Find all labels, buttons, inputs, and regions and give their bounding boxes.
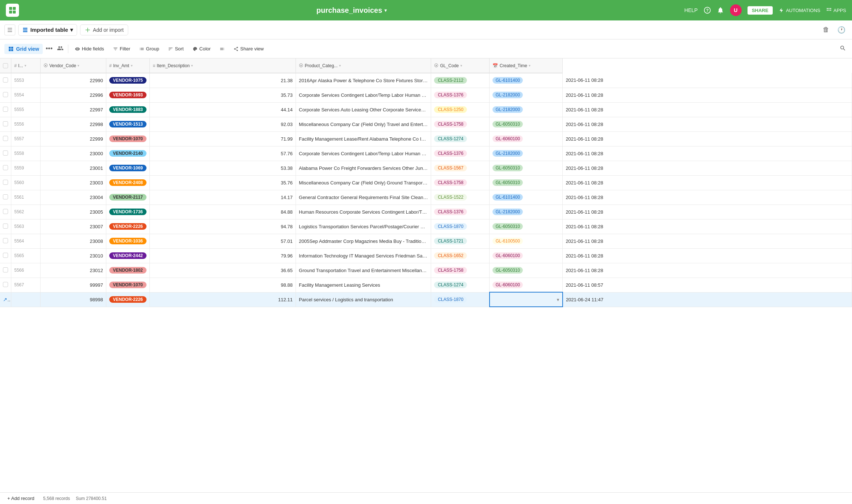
add-or-import-button[interactable]: Add or import	[80, 24, 128, 35]
imported-table-tab[interactable]: Imported table ▾	[18, 24, 77, 36]
imported-table-caret[interactable]: ▾	[70, 27, 73, 33]
row-checkbox[interactable]	[3, 121, 8, 126]
header-gl-code[interactable]: ⦿ GL_Code ▾	[431, 58, 490, 73]
product-categ-cell[interactable]: CLASS-2112	[431, 73, 490, 88]
row-checkbox[interactable]	[3, 224, 8, 229]
row-checkbox[interactable]	[3, 267, 8, 272]
header-created-time[interactable]: 📅 Created_Time ▾	[490, 58, 563, 73]
product-categ-cell[interactable]: CLASS-1274	[431, 278, 490, 292]
product-categ-cell[interactable]: CLASS-1522	[431, 190, 490, 205]
row-checkbox-cell[interactable]	[0, 248, 11, 263]
gl-code-cell[interactable]: GL-6060100	[490, 248, 563, 263]
gl-code-cell[interactable]: GL-2182000	[490, 102, 563, 117]
table-row[interactable]: 555422996VENDOR-169335.73Corporate Servi…	[0, 88, 852, 102]
vendor-code-cell[interactable]: VENDOR-2226	[106, 292, 150, 307]
more-options-icon[interactable]: •••	[44, 43, 54, 54]
hide-fields-button[interactable]: Hide fields	[71, 44, 108, 54]
row-checkbox-cell[interactable]: ↗	[0, 292, 11, 307]
vendor-code-cell[interactable]: VENDOR-2408	[106, 175, 150, 190]
gl-code-cell[interactable]: GL-6050310	[490, 175, 563, 190]
header-vendor-code[interactable]: ⦿ Vendor_Code ▾	[41, 58, 106, 73]
row-checkbox-cell[interactable]	[0, 219, 11, 234]
team-icon[interactable]	[56, 43, 65, 54]
search-icon[interactable]	[838, 43, 848, 54]
row-checkbox[interactable]	[3, 150, 8, 156]
gl-code-cell[interactable]: GL-2182000	[490, 146, 563, 161]
vendor-code-cell[interactable]: VENDOR-1036	[106, 234, 150, 248]
row-checkbox[interactable]	[3, 77, 8, 83]
automations-button[interactable]: AUTOMATIONS	[779, 7, 820, 13]
share-view-button[interactable]: Share view	[230, 44, 267, 54]
notification-icon[interactable]	[717, 7, 724, 14]
row-checkbox[interactable]	[3, 180, 8, 185]
table-row[interactable]: 556223005VENDOR-173684.88Human Resources…	[0, 205, 852, 219]
vendor-code-cell[interactable]: VENDOR-2226	[106, 219, 150, 234]
product-categ-cell[interactable]: CLASS-1376	[431, 146, 490, 161]
vendor-code-cell[interactable]: VENDOR-2117	[106, 190, 150, 205]
row-checkbox-cell[interactable]	[0, 263, 11, 278]
product-categ-cell[interactable]: CLASS-1758	[431, 263, 490, 278]
table-row[interactable]: 555522997VENDOR-188344.14Corporate Servi…	[0, 102, 852, 117]
product-categ-cell[interactable]: CLASS-1567	[431, 161, 490, 175]
table-row[interactable]: 555923001VENDOR-106953.38Alabama Power C…	[0, 161, 852, 175]
gl-code-cell[interactable]: GL-6050310	[490, 263, 563, 278]
gl-code-cell[interactable]: ▾	[490, 292, 563, 307]
row-checkbox-cell[interactable]	[0, 234, 11, 248]
product-categ-cell[interactable]: CLASS-1274	[431, 131, 490, 146]
table-row[interactable]: 556623012VENDOR-180236.65Ground Transpor…	[0, 263, 852, 278]
header-row-num[interactable]: # I... ▾	[11, 58, 41, 73]
app-logo[interactable]	[6, 4, 19, 17]
gl-code-cell[interactable]: GL-6101400	[490, 190, 563, 205]
product-categ-cell[interactable]: CLASS-1376	[431, 205, 490, 219]
group-button[interactable]: Group	[136, 44, 163, 54]
row-checkbox-cell[interactable]	[0, 205, 11, 219]
share-button[interactable]: SHARE	[748, 6, 773, 15]
table-row[interactable]: 556423008VENDOR-103657.012005Sep Addmast…	[0, 234, 852, 248]
toolbar-extra-icon[interactable]	[216, 44, 228, 54]
apps-button[interactable]: APPS	[826, 7, 846, 13]
row-checkbox[interactable]	[3, 253, 8, 258]
row-checkbox-cell[interactable]	[0, 73, 11, 88]
product-categ-cell[interactable]: CLASS-1758	[431, 175, 490, 190]
gl-code-cell[interactable]: GL-6100500	[490, 234, 563, 248]
gl-code-cell[interactable]: GL-2182000	[490, 88, 563, 102]
product-categ-cell[interactable]: CLASS-1721	[431, 234, 490, 248]
row-checkbox-cell[interactable]	[0, 161, 11, 175]
product-categ-cell[interactable]: CLASS-1250	[431, 102, 490, 117]
expand-row-icon[interactable]: ↗	[3, 297, 7, 302]
row-checkbox[interactable]	[3, 282, 8, 287]
table-row[interactable]: ↗98998VENDOR-2226112.11Parcel services /…	[0, 292, 852, 307]
help-icon[interactable]: ?	[704, 7, 711, 14]
table-row[interactable]: 555322990VENDOR-107521.382016Apr Alaska …	[0, 73, 852, 88]
header-item-desc[interactable]: ≡ Item_Description ▾	[150, 58, 296, 73]
product-categ-cell[interactable]: CLASS-1870	[431, 292, 490, 307]
vendor-code-cell[interactable]: VENDOR-2140	[106, 146, 150, 161]
table-row[interactable]: 555823000VENDOR-214057.76Corporate Servi…	[0, 146, 852, 161]
table-row[interactable]: 556123004VENDOR-211714.17General Contrac…	[0, 190, 852, 205]
select-all-checkbox[interactable]	[3, 63, 8, 68]
row-checkbox[interactable]	[3, 92, 8, 97]
vendor-code-cell[interactable]: VENDOR-1075	[106, 73, 150, 88]
gl-code-cell[interactable]: GL-6060100	[490, 278, 563, 292]
product-categ-cell[interactable]: CLASS-1376	[431, 88, 490, 102]
row-checkbox-cell[interactable]	[0, 190, 11, 205]
color-button[interactable]: Color	[189, 44, 214, 54]
row-checkbox[interactable]	[3, 165, 8, 170]
row-checkbox-cell[interactable]	[0, 102, 11, 117]
vendor-code-cell[interactable]: VENDOR-1513	[106, 117, 150, 131]
row-checkbox[interactable]	[3, 209, 8, 214]
grid-view-button[interactable]: Grid view	[4, 44, 43, 54]
gl-code-cell[interactable]: GL-6050310	[490, 219, 563, 234]
product-categ-cell[interactable]: CLASS-1870	[431, 219, 490, 234]
vendor-code-cell[interactable]: VENDOR-1736	[106, 205, 150, 219]
gl-code-cell[interactable]: GL-2182000	[490, 205, 563, 219]
table-row[interactable]: 555622998VENDOR-151392.03Miscellaneous C…	[0, 117, 852, 131]
row-checkbox[interactable]	[3, 136, 8, 141]
header-inv-amt[interactable]: # Inv_Amt ▾	[106, 58, 150, 73]
row-checkbox-cell[interactable]	[0, 117, 11, 131]
sort-button[interactable]: Sort	[164, 44, 187, 54]
row-checkbox-cell[interactable]	[0, 175, 11, 190]
avatar[interactable]: U	[730, 4, 742, 16]
table-row[interactable]: 556799997VENDOR-107098.88Facility Manage…	[0, 278, 852, 292]
table-row[interactable]: 555722999VENDOR-107071.99Facility Manage…	[0, 131, 852, 146]
